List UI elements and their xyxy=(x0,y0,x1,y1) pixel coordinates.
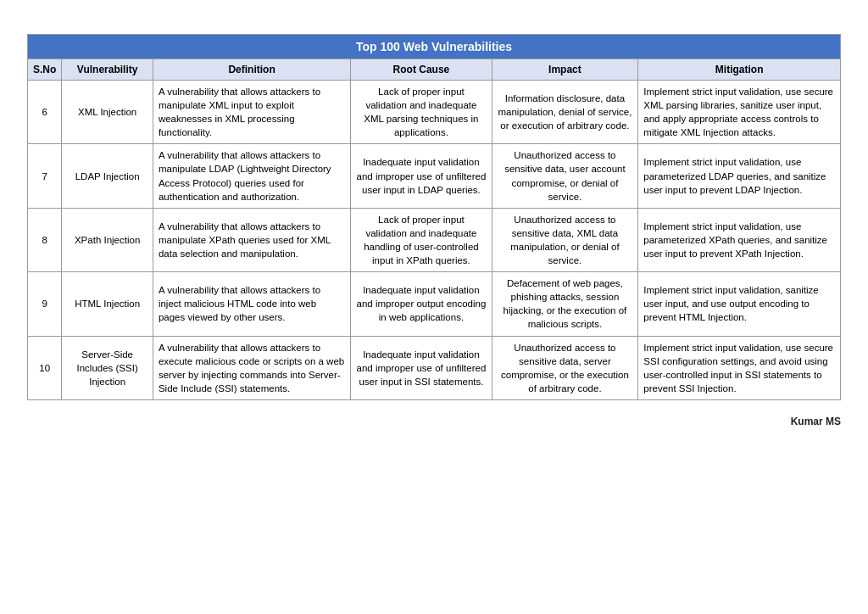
cell-mitigation: Implement strict input validation, sanit… xyxy=(638,272,841,336)
cell-mitigation: Implement strict input validation, use p… xyxy=(638,144,841,208)
cell-definition: A vulnerability that allows attackers to… xyxy=(153,336,350,399)
cell-impact: Unauthorized access to sensitive data, u… xyxy=(492,144,638,208)
cell-definition: A vulnerability that allows attackers to… xyxy=(153,144,350,208)
col-header-mitigation: Mitigation xyxy=(638,59,841,81)
col-header-impact: Impact xyxy=(492,59,638,81)
cell-vulnerability: XPath Injection xyxy=(62,208,153,271)
cell-impact: Defacement of web pages, phishing attack… xyxy=(492,272,638,336)
cell-impact: Unauthorized access to sensitive data, X… xyxy=(492,208,638,271)
cell-rootcause: Inadequate input validation and improper… xyxy=(351,144,492,208)
cell-vulnerability: HTML Injection xyxy=(62,272,153,336)
page-wrapper: Top 100 Web Vulnerabilities S.No Vulnera… xyxy=(27,34,841,427)
cell-vulnerability: Server-Side Includes (SSI) Injection xyxy=(62,336,153,399)
cell-definition: A vulnerability that allows attackers to… xyxy=(153,81,350,144)
cell-definition: A vulnerability that allows attackers to… xyxy=(153,208,350,271)
cell-vulnerability: LDAP Injection xyxy=(62,144,153,208)
cell-sno: 10 xyxy=(28,336,62,399)
col-header-rootcause: Root Cause xyxy=(351,59,492,81)
cell-mitigation: Implement strict input validation, use p… xyxy=(638,208,841,271)
col-header-sno: S.No xyxy=(28,59,62,81)
cell-mitigation: Implement strict input validation, use s… xyxy=(638,336,841,399)
vulnerabilities-table: Top 100 Web Vulnerabilities S.No Vulnera… xyxy=(27,34,841,400)
table-row: 10Server-Side Includes (SSI) InjectionA … xyxy=(28,336,841,399)
col-header-definition: Definition xyxy=(153,59,350,81)
cell-rootcause: Inadequate input validation and improper… xyxy=(351,272,492,336)
cell-sno: 7 xyxy=(28,144,62,208)
table-row: 7LDAP InjectionA vulnerability that allo… xyxy=(28,144,841,208)
cell-sno: 9 xyxy=(28,272,62,336)
cell-vulnerability: XML Injection xyxy=(62,81,153,144)
table-row: 9HTML InjectionA vulnerability that allo… xyxy=(28,272,841,336)
cell-sno: 6 xyxy=(28,81,62,144)
table-row: 8XPath InjectionA vulnerability that all… xyxy=(28,208,841,271)
cell-rootcause: Lack of proper input validation and inad… xyxy=(351,208,492,271)
col-header-vulnerability: Vulnerability xyxy=(62,59,153,81)
table-row: 6XML InjectionA vulnerability that allow… xyxy=(28,81,841,144)
cell-rootcause: Inadequate input validation and improper… xyxy=(351,336,492,399)
table-title: Top 100 Web Vulnerabilities xyxy=(28,35,841,59)
cell-impact: Unauthorized access to sensitive data, s… xyxy=(492,336,638,399)
cell-definition: A vulnerability that allows attackers to… xyxy=(153,272,350,336)
cell-rootcause: Lack of proper input validation and inad… xyxy=(351,81,492,144)
cell-mitigation: Implement strict input validation, use s… xyxy=(638,81,841,144)
footer-author: Kumar MS xyxy=(27,416,841,427)
cell-sno: 8 xyxy=(28,208,62,271)
cell-impact: Information disclosure, data manipulatio… xyxy=(492,81,638,144)
